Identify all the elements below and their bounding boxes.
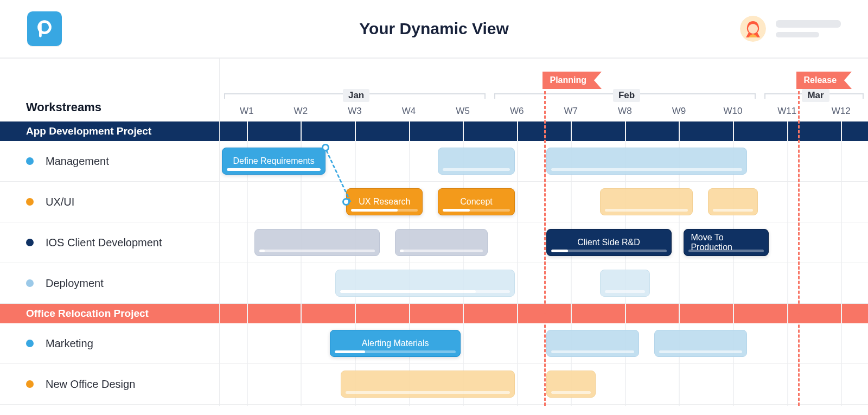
task-bar-ghost bbox=[546, 330, 639, 357]
task-bar-ghost bbox=[341, 371, 515, 398]
task-label: Define Requirements bbox=[233, 156, 314, 166]
timeline-header: JanFebMar W1W2W3W4W5W6W7W8W9W10W11W12 bbox=[220, 59, 868, 122]
page-title: Your Dynamic View bbox=[0, 20, 868, 38]
gantt-board: PlanningRelease Workstreams App Developm… bbox=[0, 59, 868, 406]
section-band: App Development Project bbox=[0, 122, 219, 141]
workstream-label: Management bbox=[46, 155, 109, 168]
workstream-row[interactable]: Deployment bbox=[0, 263, 219, 304]
workstream-row[interactable]: Management bbox=[0, 141, 219, 182]
workstream-label: Deployment bbox=[46, 277, 104, 290]
task-bar[interactable]: Client Side R&D bbox=[546, 229, 672, 256]
task-bar-ghost bbox=[438, 148, 514, 175]
task-bar-ghost bbox=[254, 229, 380, 256]
app-logo[interactable] bbox=[27, 11, 62, 46]
timeline-row: UX ResearchConcept bbox=[220, 182, 868, 222]
workstream-dot bbox=[26, 380, 34, 388]
task-label: Client Side R&D bbox=[577, 238, 640, 247]
workstream-row[interactable]: IOS Client Development bbox=[0, 222, 219, 263]
workstream-dot bbox=[26, 157, 34, 165]
user-name-placeholder bbox=[776, 20, 841, 37]
workstream-label: UX/UI bbox=[46, 196, 74, 208]
week-label: W4 bbox=[382, 106, 436, 117]
workstream-row[interactable]: UX/UI bbox=[0, 182, 219, 222]
avatar[interactable] bbox=[740, 16, 766, 42]
week-label: W5 bbox=[436, 106, 490, 117]
task-bar-ghost bbox=[546, 371, 596, 398]
task-label: UX Research bbox=[359, 197, 410, 207]
task-bar-ghost bbox=[395, 229, 488, 256]
timeline[interactable]: JanFebMar W1W2W3W4W5W6W7W8W9W10W11W12 De… bbox=[220, 59, 868, 406]
workstream-label: Marketing bbox=[46, 337, 93, 350]
workstream-dot bbox=[26, 239, 34, 246]
sidebar-title: Workstreams bbox=[0, 59, 219, 122]
sidebar: Workstreams App Development ProjectManag… bbox=[0, 59, 220, 406]
workstream-row[interactable]: New Office Design bbox=[0, 364, 219, 405]
task-bar[interactable]: Define Requirements bbox=[222, 148, 326, 175]
task-bar-ghost bbox=[708, 188, 758, 215]
section-band: Office Relocation Project bbox=[0, 304, 219, 323]
week-label: W2 bbox=[274, 106, 328, 117]
task-bar-ghost bbox=[600, 188, 693, 215]
task-bar[interactable]: Concept bbox=[438, 188, 514, 215]
task-bar-ghost bbox=[654, 330, 747, 357]
task-label: Concept bbox=[460, 197, 493, 207]
week-label: W9 bbox=[652, 106, 706, 117]
task-bar[interactable]: Alerting Materials bbox=[330, 330, 461, 357]
task-bar[interactable]: UX Research bbox=[346, 188, 423, 215]
timeline-row bbox=[220, 364, 868, 405]
week-label: W6 bbox=[490, 106, 544, 117]
month-label: Feb bbox=[613, 89, 640, 102]
user-area bbox=[740, 16, 841, 42]
task-bar[interactable]: Move To Production bbox=[684, 229, 768, 256]
week-label: W7 bbox=[544, 106, 598, 117]
workstream-dot bbox=[26, 198, 34, 206]
timeline-row: Client Side R&DMove To Production bbox=[220, 222, 868, 263]
logo-icon bbox=[34, 18, 55, 39]
month-label: Mar bbox=[802, 89, 829, 102]
workstream-label: IOS Client Development bbox=[46, 237, 162, 249]
week-label: W11 bbox=[760, 106, 814, 117]
task-label: Alerting Materials bbox=[362, 339, 429, 348]
workstream-label: New Office Design bbox=[46, 378, 135, 391]
timeline-row: Alerting Materials bbox=[220, 323, 868, 364]
task-bar-ghost bbox=[335, 270, 515, 297]
task-bar-ghost bbox=[600, 270, 650, 297]
svg-point-2 bbox=[748, 24, 758, 34]
week-label: W8 bbox=[598, 106, 652, 117]
task-bar-ghost bbox=[546, 148, 747, 175]
timeline-row: Define Requirements bbox=[220, 141, 868, 182]
week-label: W12 bbox=[814, 106, 868, 117]
week-label: W3 bbox=[328, 106, 382, 117]
workstream-dot bbox=[26, 279, 34, 287]
week-label: W1 bbox=[220, 106, 274, 117]
month-label: Jan bbox=[343, 89, 369, 102]
timeline-row bbox=[220, 263, 868, 304]
app-header: Your Dynamic View bbox=[0, 0, 868, 59]
week-label: W10 bbox=[706, 106, 760, 117]
workstream-row[interactable]: Marketing bbox=[0, 323, 219, 364]
workstream-dot bbox=[26, 340, 34, 347]
